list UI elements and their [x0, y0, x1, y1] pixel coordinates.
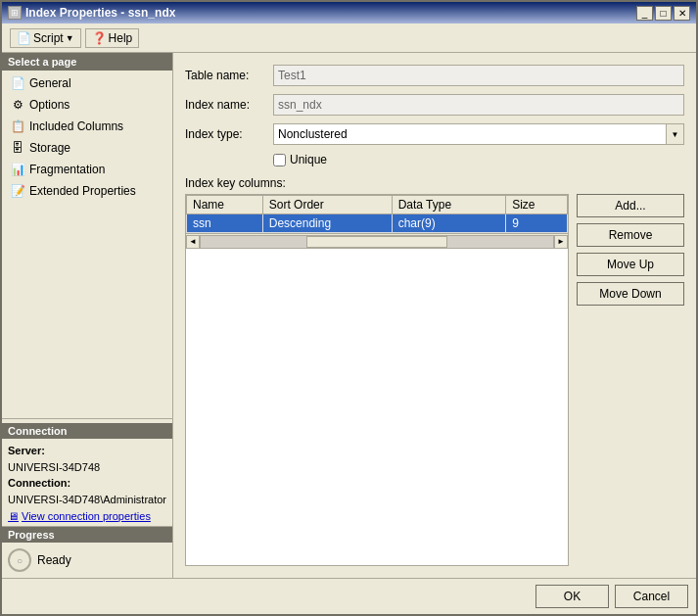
connection-info: Server: UNIVERSI-34D748 Connection: UNIV…: [8, 443, 166, 507]
table-row[interactable]: ssn Descending char(9) 9: [187, 214, 568, 233]
index-section: Index key columns: Name Sort Order Data …: [185, 176, 684, 566]
unique-checkbox[interactable]: [273, 154, 286, 166]
extended-properties-icon: 📝: [10, 183, 25, 199]
server-value-text: UNIVERSI-34D748: [8, 459, 166, 476]
window-title: Index Properties - ssn_ndx: [25, 6, 175, 20]
title-bar-left: ⊞ Index Properties - ssn_ndx: [8, 6, 175, 20]
index-type-select[interactable]: Nonclustered Clustered: [273, 123, 667, 145]
index-type-row: Index type: Nonclustered Clustered ▼: [185, 123, 684, 145]
storage-icon: 🗄: [10, 140, 25, 156]
main-panel: Table name: Index name: Index type: Nonc…: [173, 53, 696, 578]
index-key-columns-label: Index key columns:: [185, 176, 684, 190]
script-icon: 📄: [17, 31, 31, 45]
main-window: ⊞ Index Properties - ssn_ndx _ □ ✕ 📄 Scr…: [0, 0, 698, 616]
connection-label: Connection:: [8, 477, 70, 489]
col-sort-order: Sort Order: [262, 196, 392, 214]
cell-size: 9: [506, 214, 568, 233]
general-icon: 📄: [10, 75, 25, 91]
script-button[interactable]: 📄 Script ▼: [10, 28, 81, 48]
included-columns-icon: 📋: [10, 118, 25, 134]
progress-icon: ○: [8, 548, 31, 572]
maximize-button[interactable]: □: [655, 6, 672, 21]
title-bar: ⊞ Index Properties - ssn_ndx _ □ ✕: [2, 2, 696, 24]
index-content: Name Sort Order Data Type Size ssn: [185, 194, 684, 566]
help-icon: ❓: [92, 31, 107, 45]
sidebar: Select a page 📄 General ⚙ Options 📋 Incl…: [2, 53, 173, 578]
index-type-dropdown-arrow[interactable]: ▼: [667, 123, 684, 145]
remove-button[interactable]: Remove: [577, 223, 684, 247]
move-up-button[interactable]: Move Up: [577, 253, 684, 276]
h-scroll-track[interactable]: [200, 235, 554, 249]
index-type-wrapper: Nonclustered Clustered ▼: [273, 123, 684, 145]
progress-section: Progress ○ Ready: [2, 526, 172, 578]
move-down-button[interactable]: Move Down: [577, 282, 684, 306]
sidebar-item-label: Included Columns: [29, 119, 123, 133]
sidebar-item-label: Options: [29, 98, 70, 112]
index-name-label: Index name:: [185, 98, 273, 112]
connection-link-icon: 🖥: [8, 510, 19, 522]
progress-status: Ready: [37, 553, 71, 567]
cell-sort-order: Descending: [262, 214, 392, 233]
title-controls: _ □ ✕: [636, 6, 690, 21]
col-name: Name: [187, 196, 263, 214]
h-scroll-left-btn[interactable]: ◄: [186, 235, 200, 249]
table-name-label: Table name:: [185, 69, 273, 82]
unique-checkbox-row: Unique: [273, 153, 684, 166]
connection-link-text: View connection properties: [22, 510, 151, 522]
ok-button[interactable]: OK: [535, 585, 609, 608]
sidebar-item-extended-properties[interactable]: 📝 Extended Properties: [2, 180, 172, 202]
connection-section: Connection Server: UNIVERSI-34D748 Conne…: [2, 418, 172, 526]
index-type-label: Index type:: [185, 127, 273, 141]
sidebar-item-label: Storage: [29, 141, 70, 155]
index-table-wrapper: Name Sort Order Data Type Size ssn: [185, 194, 569, 566]
help-label: Help: [109, 31, 133, 45]
content-area: Select a page 📄 General ⚙ Options 📋 Incl…: [2, 53, 696, 578]
cancel-button[interactable]: Cancel: [615, 585, 688, 608]
index-name-row: Index name:: [185, 94, 684, 116]
script-dropdown-arrow: ▼: [66, 33, 74, 43]
table-header-row: Name Sort Order Data Type Size: [187, 196, 568, 214]
index-table: Name Sort Order Data Type Size ssn: [186, 195, 568, 233]
options-icon: ⚙: [10, 97, 25, 113]
add-button[interactable]: Add...: [577, 194, 684, 217]
col-data-type: Data Type: [392, 196, 506, 214]
window-footer: OK Cancel: [2, 578, 696, 614]
action-buttons: Add... Remove Move Up Move Down: [577, 194, 684, 566]
sidebar-item-label: Extended Properties: [29, 184, 136, 198]
fragmentation-icon: 📊: [10, 162, 25, 177]
connection-label-text: Connection:: [8, 475, 166, 492]
unique-label: Unique: [290, 153, 327, 166]
sidebar-item-general[interactable]: 📄 General: [2, 72, 172, 94]
cell-name: ssn: [187, 214, 263, 233]
h-scrollbar-area: ◄ ►: [186, 233, 568, 249]
table-name-input[interactable]: [273, 65, 684, 86]
server-label: Server:: [8, 445, 45, 456]
window-body: 📄 Script ▼ ❓ Help Select a page 📄 Genera…: [2, 24, 696, 614]
h-scroll-thumb: [306, 236, 447, 248]
connection-value-text: UNIVERSI-34D748\Administrator: [8, 492, 166, 508]
table-name-row: Table name:: [185, 65, 684, 86]
sidebar-item-fragmentation[interactable]: 📊 Fragmentation: [2, 159, 172, 180]
close-button[interactable]: ✕: [674, 6, 690, 21]
progress-header: Progress: [2, 527, 172, 543]
toolbar: 📄 Script ▼ ❓ Help: [2, 24, 696, 53]
sidebar-item-options[interactable]: ⚙ Options: [2, 94, 172, 116]
script-label: Script: [33, 31, 64, 45]
sidebar-nav: 📄 General ⚙ Options 📋 Included Columns 🗄…: [2, 71, 172, 418]
minimize-button[interactable]: _: [636, 6, 653, 21]
col-size: Size: [506, 196, 568, 214]
window-icon: ⊞: [8, 6, 22, 20]
sidebar-item-label: Fragmentation: [29, 163, 105, 176]
server-label-text: Server:: [8, 443, 166, 459]
sidebar-item-label: General: [29, 76, 71, 90]
cell-data-type: char(9): [392, 214, 506, 233]
view-connection-link[interactable]: 🖥 View connection properties: [8, 510, 166, 522]
sidebar-item-included-columns[interactable]: 📋 Included Columns: [2, 116, 172, 137]
h-scroll-right-btn[interactable]: ►: [554, 235, 568, 249]
progress-content: ○ Ready: [2, 543, 172, 578]
sidebar-header: Select a page: [2, 53, 172, 71]
help-button[interactable]: ❓ Help: [85, 28, 140, 48]
index-name-input[interactable]: [273, 94, 684, 116]
sidebar-item-storage[interactable]: 🗄 Storage: [2, 137, 172, 159]
table-body: ssn Descending char(9) 9: [187, 214, 568, 233]
